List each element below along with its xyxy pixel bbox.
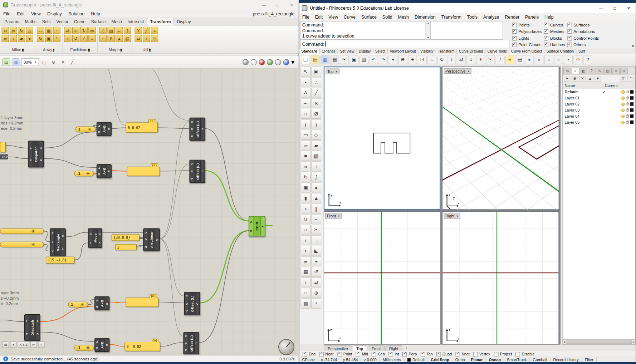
slider-grip[interactable] [31, 230, 35, 233]
rotate-3d-icon[interactable]: ↻ [80, 27, 88, 34]
gh-menu-file[interactable]: File [0, 11, 14, 16]
rotate-icon[interactable]: ↻ [18, 27, 25, 34]
input-port-B[interactable]: B [250, 230, 253, 232]
command-prompt[interactable]: Command: [300, 40, 509, 48]
command-history[interactable]: Command:Command:1 curve added to selecti… [300, 21, 503, 40]
status-default[interactable]: Default [404, 357, 428, 362]
shortest-wire-icon[interactable]: ╱ [143, 27, 150, 34]
gh-group-label-euclidean[interactable]: Euclidean▾ [64, 46, 96, 53]
preview-eye-icon[interactable]: ⊙ [50, 58, 58, 66]
filter-checkbox-curves[interactable]: Curves [544, 23, 565, 27]
input-port-P[interactable]: P [191, 135, 193, 138]
osnap-point[interactable]: Point [337, 352, 352, 356]
surface-3pt-icon[interactable]: ▱ [300, 140, 310, 150]
gh-menu-display[interactable]: Display [44, 11, 65, 16]
wireframe-icon[interactable]: ○ [544, 55, 553, 64]
gh-node-rectangle[interactable]: PXYRectangleRL [50, 228, 65, 256]
arc-icon[interactable]: ( [300, 119, 310, 129]
gh-panel-panel-point[interactable]: {15,-1,0} [46, 257, 75, 264]
toolbar-tab-curve-drawing[interactable]: Curve Drawing [457, 49, 485, 54]
boolean-intersection-icon[interactable]: ∩ [300, 225, 310, 235]
zoom-window-icon[interactable]: ▢ [40, 58, 48, 66]
layer-current-check[interactable]: ✓ [597, 90, 611, 94]
layer-visibility-bulb-icon[interactable] [621, 96, 625, 99]
input-port-X[interactable]: X [52, 241, 53, 244]
flow-icon[interactable]: ∼ [99, 35, 107, 42]
select-points-icon[interactable]: ▣ [311, 67, 321, 77]
explode-icon[interactable]: * [311, 299, 321, 309]
new-viewport-tab-icon[interactable]: + [406, 346, 408, 351]
gh-node-region-difference[interactable]: ABRDiffR [249, 216, 265, 236]
gh-tab-curve[interactable]: Curve [71, 18, 88, 25]
mirror-icon[interactable]: ⇄ [64, 27, 71, 34]
gh-group-label-affine[interactable]: Affine▾ [2, 46, 33, 53]
viewport-label-perspective[interactable]: Perspective▼ [444, 68, 471, 74]
osnap-project[interactable]: Project [494, 352, 512, 356]
loft-icon[interactable]: ≈ [300, 161, 310, 171]
split-icon[interactable]: / [496, 55, 505, 64]
layer-color-swatch[interactable] [630, 102, 633, 106]
output-port-C[interactable]: C [196, 302, 199, 305]
input-port-B[interactable]: B [98, 131, 100, 133]
split-icon[interactable]: / [300, 235, 310, 245]
pan-icon[interactable]: + [388, 55, 397, 64]
input-port-D[interactable]: D [191, 128, 193, 131]
orient-euclid-icon[interactable]: ⊕ [72, 27, 79, 34]
box-icon[interactable]: ▣ [300, 182, 310, 192]
gh-group-label-morph[interactable]: Morph▾ [99, 46, 131, 53]
toolbar-tab-transform[interactable]: Transform [436, 49, 457, 54]
output-port-C[interactable]: C [202, 128, 204, 131]
viewport-tab-right[interactable]: Right [385, 345, 402, 351]
sweep-icon[interactable]: ∫ [311, 172, 321, 182]
scroll-left-icon[interactable]: ◂ [563, 340, 565, 344]
save-icon[interactable]: ▥ [321, 55, 329, 64]
viewport-label-front[interactable]: Front▼ [325, 213, 342, 218]
origin-toggle-icon[interactable]: ● [10, 341, 16, 348]
output-port-R[interactable]: R [108, 128, 110, 131]
layer-color-swatch[interactable] [630, 90, 633, 94]
hide-icon[interactable]: ○ [554, 55, 563, 64]
layer-lock-icon[interactable] [626, 109, 629, 111]
layer-lock-icon[interactable] [626, 103, 629, 105]
layer-color-swatch[interactable] [630, 108, 633, 112]
layer-row-layer-02[interactable]: Layer 02 [563, 101, 635, 107]
osnap-int[interactable]: Int [388, 352, 399, 356]
offset-icon[interactable]: ≡ [300, 256, 310, 266]
planar-surface-icon[interactable]: ■ [300, 151, 310, 161]
layer-row-layer-01[interactable]: Layer 01 [563, 95, 635, 101]
gh-node-dispatch-2[interactable]: LPDispatchAB [24, 314, 40, 341]
cone-icon[interactable]: ▲ [311, 193, 321, 203]
maximize-button[interactable]: □ [608, 3, 622, 13]
sporph-icon[interactable]: S [107, 35, 114, 42]
osnap-vertex[interactable]: Vertex [473, 352, 490, 356]
filter-checkbox-others[interactable]: Others [567, 43, 599, 47]
properties-icon[interactable]: ▤ [515, 55, 524, 64]
toolbar-tab-visibility[interactable]: Visibility [418, 49, 436, 54]
viewport-top[interactable]: Top▼yx [324, 67, 441, 210]
output-port-R[interactable]: R [62, 234, 64, 237]
toolbar-tab-surf[interactable]: Surf [576, 49, 587, 54]
libraries-tab-icon[interactable]: ▤ [604, 68, 612, 74]
gh-tab-surface[interactable]: Surface [88, 18, 109, 25]
polar-array-icon[interactable]: ↻ [37, 35, 44, 42]
filter-checkbox-surfaces[interactable]: Surfaces [567, 23, 599, 27]
osnap-near[interactable]: Near [319, 352, 333, 356]
gh-group-label-array[interactable]: Array▾ [37, 46, 60, 53]
toolbar-tab-surface-creation[interactable]: Surface Creation [544, 49, 576, 54]
osnap-cen[interactable]: Cen [372, 352, 385, 356]
filter-checkbox-lights[interactable]: Lights [512, 36, 542, 40]
filter-icon[interactable]: ▽ [620, 75, 626, 81]
viewport-tab-top[interactable]: Top [352, 345, 367, 351]
toolbar-tab-standard[interactable]: Standard [299, 49, 320, 54]
status-gumball[interactable]: Gumball [530, 357, 550, 362]
osnap-end[interactable]: End [303, 352, 315, 356]
rhino-menu-file[interactable]: File [299, 14, 312, 19]
move-away-icon[interactable]: → [88, 35, 96, 42]
group-icon[interactable]: ▧ [300, 299, 310, 309]
gh-node-offset-4[interactable]: CDPOffset (L)C [184, 332, 199, 354]
scroll-up-icon[interactable]: ▲ [427, 22, 429, 24]
gh-tab-params[interactable]: Params [2, 18, 22, 25]
display-tab-icon[interactable]: ◧ [579, 68, 587, 74]
rhino-menu-panels[interactable]: Panels [522, 14, 542, 19]
gh-slider-slider-cut-1[interactable] [0, 228, 44, 234]
